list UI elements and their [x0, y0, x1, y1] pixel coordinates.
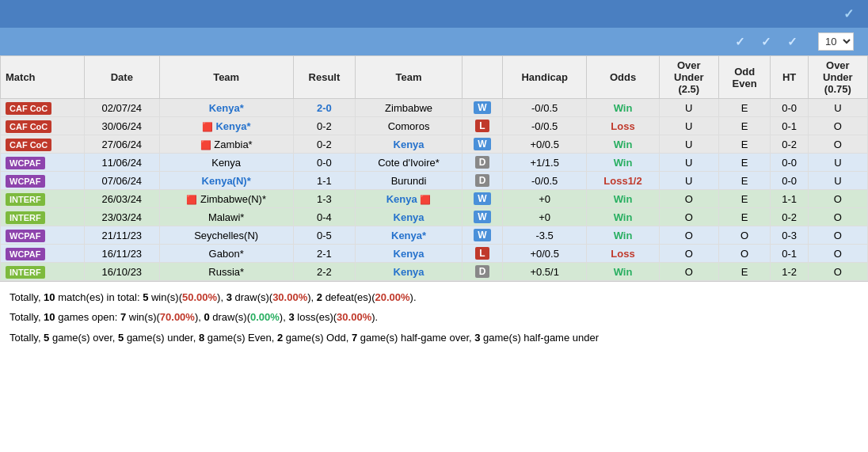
odds-cell: Win	[587, 208, 659, 226]
result-cell: 0-2	[293, 135, 355, 154]
handicap-cell: -0/0.5	[502, 99, 586, 117]
date-cell: 11/06/24	[85, 154, 160, 172]
team2-cell: Kenya	[356, 135, 463, 154]
handicap-cell: +0	[502, 208, 586, 226]
odds-value: Loss1/2	[603, 175, 641, 187]
over-under-cell: O	[659, 245, 718, 263]
team2-cell: Kenya	[356, 208, 463, 226]
summary-line1: Totally, 10 match(es) in total: 5 win(s)…	[10, 288, 858, 306]
team1-name: Russia*	[208, 266, 244, 278]
games-select[interactable]: 5 10 15 20 All	[818, 32, 854, 51]
team1-name: Kenya*	[209, 102, 244, 114]
ht-over-under-cell: U	[808, 172, 867, 190]
over-under-cell: U	[659, 154, 718, 172]
wdl-cell: W	[462, 208, 502, 226]
team1-name: Malawi*	[208, 211, 245, 223]
odds-value: Win	[614, 230, 633, 241]
team1-name: Kenya	[211, 157, 241, 169]
odds-value: Win	[614, 193, 633, 205]
scores-table-container: Match Date Team Result Team Handicap Odd…	[0, 55, 868, 281]
handicap-cell: +0.5/1	[502, 263, 586, 281]
wcpaf-filter[interactable]: ✓	[761, 35, 775, 49]
wdl-cell: D	[462, 154, 502, 172]
table-body: CAF CoC02/07/24Kenya*2-0ZimbabweW-0/0.5W…	[1, 99, 868, 281]
result-value: 0-5	[317, 230, 332, 241]
col-handicap: Handicap	[502, 56, 586, 99]
team2-cell: Cote d'Ivoire*	[356, 154, 463, 172]
result-value: 0-4	[317, 211, 332, 223]
col-wdl	[462, 56, 502, 99]
result-value: 1-3	[317, 193, 332, 205]
result-cell: 0-4	[293, 208, 355, 226]
table-row: WCPAF16/11/23Gabon*2-1KenyaL+0/0.5LossOO…	[1, 245, 868, 263]
odds-value: Loss	[611, 120, 634, 132]
wdl-cell: W	[462, 190, 502, 208]
ht-over-under-cell: O	[808, 117, 867, 135]
date-cell: 27/06/24	[85, 135, 160, 154]
over-under-cell: U	[659, 135, 718, 154]
odd-even-cell: E	[718, 172, 771, 190]
team2-name: Zimbabwe	[385, 102, 432, 114]
team1-cell: Kenya	[159, 154, 293, 172]
match-type-cell: WCPAF	[1, 226, 85, 245]
table-row: INTERF16/10/23Russia*2-2KenyaD+0.5/1WinO…	[1, 263, 868, 281]
odd-even-cell: E	[718, 135, 771, 154]
caf-coc-filter[interactable]: ✓	[787, 35, 801, 49]
ht-over-under-cell: O	[808, 226, 867, 245]
match-type-badge: INTERF	[6, 211, 45, 224]
team1-cell: 🟥 Zambia*	[159, 135, 293, 154]
red-flag-icon: 🟥	[202, 122, 213, 131]
match-type-cell: CAF CoC	[1, 117, 85, 135]
over-under-cell: O	[659, 208, 718, 226]
result-cell: 1-3	[293, 190, 355, 208]
col-date: Date	[85, 56, 160, 99]
match-type-cell: WCPAF	[1, 245, 85, 263]
interf-check-icon: ✓	[735, 35, 745, 49]
table-row: CAF CoC27/06/24🟥 Zambia*0-2KenyaW+0/0.5W…	[1, 135, 868, 154]
team1-cell: Seychelles(N)	[159, 226, 293, 245]
team1-name: Kenya*	[215, 120, 250, 132]
team1-name: Zambia*	[214, 139, 252, 150]
odds-cell: Win	[587, 190, 659, 208]
result-value: 2-1	[317, 248, 332, 260]
team1-name: Kenya(N)*	[202, 175, 251, 187]
match-type-cell: CAF CoC	[1, 99, 85, 117]
red-flag-icon: 🟥	[186, 195, 197, 204]
ht-over-under-cell: O	[808, 190, 867, 208]
table-row: WCPAF07/06/24Kenya(N)*1-1BurundiD-0/0.5L…	[1, 172, 868, 190]
header: ✓	[0, 0, 868, 28]
table-row: INTERF26/03/24🟥 Zimbabwe(N)*1-3Kenya 🟥W+…	[1, 190, 868, 208]
interf-filter[interactable]: ✓	[735, 35, 748, 49]
wdl-badge: D	[475, 156, 490, 169]
ht-over-under-cell: U	[808, 154, 867, 172]
ht-cell: 0-0	[771, 99, 808, 117]
handicap-cell: -0/0.5	[502, 117, 586, 135]
last-games-group: 5 10 15 20 All	[813, 32, 858, 51]
team2-name: Comoros	[388, 120, 430, 132]
odd-even-cell: E	[718, 190, 771, 208]
handicap-cell: -0/0.5	[502, 172, 586, 190]
team2-name: Kenya	[394, 266, 424, 278]
table-row: CAF CoC02/07/24Kenya*2-0ZimbabweW-0/0.5W…	[1, 99, 868, 117]
date-cell: 21/11/23	[85, 226, 160, 245]
date-cell: 07/06/24	[85, 172, 160, 190]
wdl-badge: W	[474, 229, 490, 241]
team2-cell: Burundi	[356, 172, 463, 190]
team2-name: Kenya*	[391, 230, 426, 241]
team1-cell: Gabon*	[159, 245, 293, 263]
team2-cell: Comoros	[356, 117, 463, 135]
wdl-badge: W	[474, 138, 490, 150]
odds-cell: Win	[587, 154, 659, 172]
col-team1: Team	[159, 56, 293, 99]
odd-even-cell: E	[718, 208, 771, 226]
col-over-under-075: OverUnder(0.75)	[808, 56, 867, 99]
wdl-badge: D	[475, 174, 490, 187]
handicap-cell: +0/0.5	[502, 135, 586, 154]
ht-over-under-cell: O	[808, 135, 867, 154]
match-type-cell: WCPAF	[1, 154, 85, 172]
date-cell: 16/11/23	[85, 245, 160, 263]
match-type-cell: INTERF	[1, 190, 85, 208]
wdl-badge: L	[475, 247, 489, 260]
result-cell: 2-1	[293, 245, 355, 263]
team1-cell: 🟥 Kenya*	[159, 117, 293, 135]
